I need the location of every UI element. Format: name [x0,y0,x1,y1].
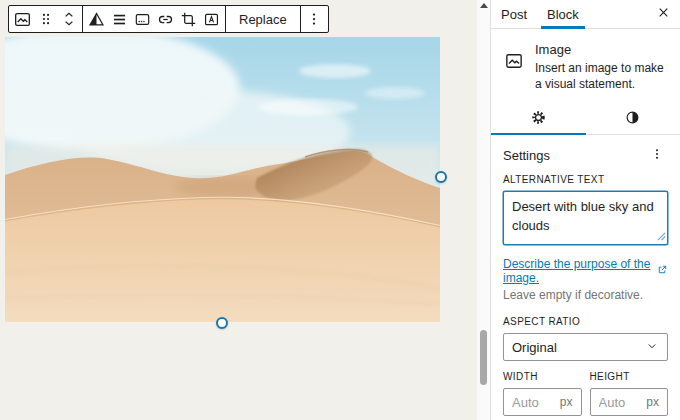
close-icon [657,6,670,22]
height-field: HEIGHT px [590,371,669,416]
close-sidebar-button[interactable] [646,0,680,28]
settings-options-button[interactable] [646,145,668,166]
dimensions-row: WIDTH px HEIGHT px [491,371,680,416]
sidebar-header: Post Block [491,0,680,29]
styles-contrast-icon [624,109,641,129]
toolbar-group-tools [83,6,226,32]
settings-row: Settings [491,135,680,174]
resize-handle-right[interactable] [435,171,447,183]
toolbar-group-block [9,6,83,32]
crop-button[interactable] [177,6,200,32]
drag-handle[interactable] [34,6,57,32]
caption-icon [133,10,152,29]
align-icon [110,10,129,29]
align-button[interactable] [108,6,131,32]
block-toolbar: Replace [8,5,329,33]
tab-settings[interactable] [491,104,586,134]
width-label: WIDTH [503,371,582,382]
aspect-ratio-select[interactable]: Original [503,333,668,361]
canvas-scrollbar[interactable] [477,0,490,420]
link-icon [156,10,175,29]
width-field: WIDTH px [503,371,582,416]
scrollbar-thumb[interactable] [480,330,487,385]
settings-heading: Settings [503,148,550,163]
alt-link-text: Describe the purpose of the image. [503,257,655,285]
block-card-title: Image [535,42,668,57]
image-block-icon [12,9,33,30]
width-unit: px [560,395,573,409]
editor-canvas[interactable]: Replace [0,0,477,420]
aspect-ratio-field: ASPECT RATIO Original [491,316,680,361]
toolbar-group-options [301,6,328,32]
alt-text-label: ALTERNATIVE TEXT [503,174,668,185]
image-block-button[interactable] [11,6,34,32]
chevron-down-icon [645,339,659,356]
desert-image[interactable] [5,37,440,322]
alt-text-input[interactable]: Desert with blue sky and clouds [503,191,668,245]
height-unit: px [646,395,659,409]
tab-block[interactable]: Block [537,0,589,28]
toolbar-group-replace: Replace [226,6,301,32]
move-up-down-icon [60,10,78,28]
toolbar-options-button[interactable] [303,6,326,32]
move-up-down-button[interactable] [57,6,80,32]
height-label: HEIGHT [590,371,669,382]
scrollbar-up-arrow[interactable] [480,3,488,8]
replace-button[interactable]: Replace [228,6,298,32]
duotone-icon [87,10,106,29]
aspect-ratio-value: Original [512,340,557,355]
link-button[interactable] [154,6,177,32]
text-over-image-button[interactable] [200,6,223,32]
alt-text-field: ALTERNATIVE TEXT Desert with blue sky an… [491,174,680,302]
block-card: Image Insert an image to make a visual s… [491,29,680,102]
ellipsis-vertical-icon [650,149,664,164]
alt-text-help: Leave empty if decorative. [503,288,668,302]
height-input[interactable] [599,395,643,410]
image-card-icon [503,50,525,92]
text-over-image-icon [202,10,221,29]
settings-sidebar: Post Block Image Insert an image to make… [490,0,680,420]
gear-icon [530,109,547,129]
width-input[interactable] [512,395,556,410]
external-link-icon [657,264,668,278]
drag-icon [37,10,55,28]
block-card-text: Image Insert an image to make a visual s… [535,42,668,92]
crop-icon [179,10,198,29]
resize-handle-bottom[interactable] [216,317,228,329]
tab-styles[interactable] [586,104,680,134]
image-block[interactable] [5,37,440,322]
block-card-description: Insert an image to make a visual stateme… [535,60,668,92]
block-inspector-tabs [491,104,680,135]
ellipsis-vertical-icon [305,10,323,28]
duotone-filter-button[interactable] [85,6,108,32]
alt-text-help-link[interactable]: Describe the purpose of the image. [503,257,668,285]
caption-button[interactable] [131,6,154,32]
aspect-ratio-label: ASPECT RATIO [503,316,668,327]
tab-post[interactable]: Post [491,0,537,28]
